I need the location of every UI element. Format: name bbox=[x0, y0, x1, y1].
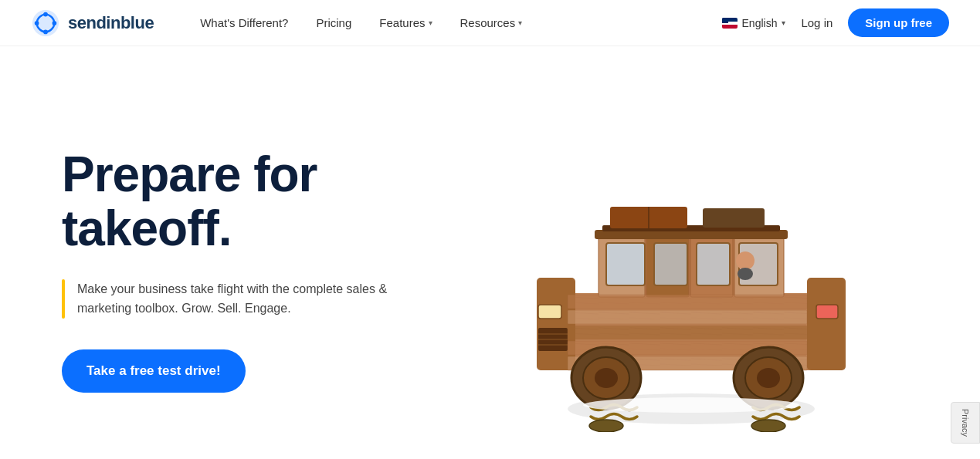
flag-icon bbox=[722, 18, 738, 29]
svg-rect-40 bbox=[816, 305, 838, 319]
svg-rect-41 bbox=[568, 295, 807, 309]
svg-point-1 bbox=[43, 12, 48, 16]
svg-point-26 bbox=[736, 251, 754, 270]
svg-point-54 bbox=[583, 397, 799, 413]
svg-rect-22 bbox=[606, 243, 645, 285]
nav-right: English ▾ Log in Sign up free bbox=[722, 8, 949, 37]
hero-image bbox=[432, 77, 949, 459]
nav-whats-different[interactable]: What's Different? bbox=[200, 16, 288, 29]
svg-point-52 bbox=[757, 368, 780, 388]
svg-point-4 bbox=[53, 21, 57, 25]
wooden-car-illustration bbox=[506, 108, 877, 432]
resources-chevron-icon: ▾ bbox=[518, 19, 522, 27]
nav-features[interactable]: Features ▾ bbox=[379, 16, 432, 29]
svg-rect-23 bbox=[654, 243, 687, 285]
hero-subtitle: Make your business take flight with the … bbox=[77, 279, 432, 319]
svg-rect-39 bbox=[807, 278, 846, 370]
navbar: sendinblue What's Different? Pricing Fea… bbox=[0, 0, 980, 46]
login-button[interactable]: Log in bbox=[801, 16, 832, 29]
logo[interactable]: sendinblue bbox=[31, 8, 154, 38]
nav-pricing[interactable]: Pricing bbox=[316, 16, 351, 29]
nav-links: What's Different? Pricing Features ▾ Res… bbox=[200, 16, 721, 29]
svg-point-3 bbox=[35, 21, 39, 25]
svg-point-53 bbox=[751, 420, 785, 432]
svg-rect-43 bbox=[568, 326, 807, 339]
svg-rect-24 bbox=[697, 243, 730, 285]
language-chevron-icon: ▾ bbox=[782, 19, 785, 27]
svg-point-48 bbox=[595, 368, 618, 388]
signup-button[interactable]: Sign up free bbox=[848, 8, 949, 37]
logo-icon bbox=[31, 8, 60, 38]
nav-resources[interactable]: Resources ▾ bbox=[460, 16, 523, 29]
hero-accent-border bbox=[62, 279, 65, 319]
svg-rect-31 bbox=[703, 208, 765, 228]
privacy-badge[interactable]: Privacy bbox=[951, 402, 980, 444]
svg-rect-34 bbox=[538, 305, 561, 319]
language-label: English bbox=[742, 17, 778, 29]
hero-title: Prepare for takeoff. bbox=[62, 147, 432, 256]
svg-point-27 bbox=[738, 268, 753, 280]
hero-subtitle-wrapper: Make your business take flight with the … bbox=[62, 279, 432, 319]
cta-button[interactable]: Take a free test drive! bbox=[62, 349, 246, 393]
hero-section: Prepare for takeoff. Make your business … bbox=[0, 46, 980, 459]
language-selector[interactable]: English ▾ bbox=[722, 17, 786, 29]
svg-point-2 bbox=[43, 29, 48, 34]
svg-point-49 bbox=[589, 420, 623, 432]
hero-content: Prepare for takeoff. Make your business … bbox=[62, 147, 432, 393]
features-chevron-icon: ▾ bbox=[429, 19, 432, 27]
svg-rect-42 bbox=[568, 310, 807, 324]
logo-text: sendinblue bbox=[68, 13, 154, 33]
